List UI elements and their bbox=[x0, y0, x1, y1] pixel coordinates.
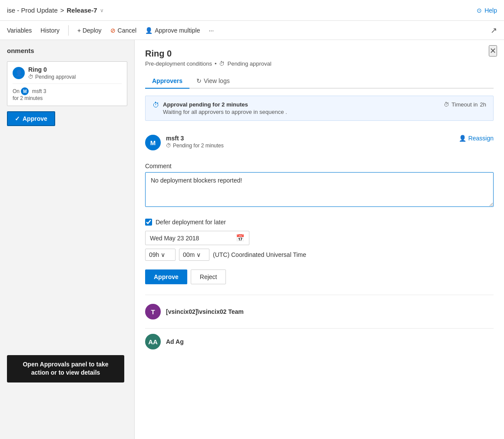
section-divider bbox=[145, 295, 494, 295]
toolbar-separator bbox=[68, 25, 69, 36]
subtitle-dot: • bbox=[215, 60, 217, 67]
variables-button[interactable]: Variables bbox=[7, 27, 32, 34]
msft-badge: M bbox=[21, 87, 29, 95]
avatar-icon: 👤 bbox=[15, 70, 23, 76]
help-label: Help bbox=[484, 7, 497, 14]
banner-title: Approval pending for 2 minutes bbox=[163, 101, 287, 108]
reject-button[interactable]: Reject bbox=[191, 269, 226, 284]
approve-stage-button[interactable]: ✓ Approve bbox=[7, 111, 55, 126]
approve-multiple-button[interactable]: 👤 Approve multiple bbox=[145, 27, 200, 34]
minute-chevron: ∨ bbox=[196, 251, 201, 258]
chevron-down-icon[interactable]: ∨ bbox=[100, 7, 104, 13]
action-buttons: Approve Reject bbox=[135, 266, 504, 291]
subtitle-status: Pending approval bbox=[227, 60, 271, 67]
approver1-name: msft 3 bbox=[166, 135, 454, 142]
timeout-clock-icon: ⏱ bbox=[444, 101, 449, 108]
left-panel-title: onments bbox=[7, 47, 127, 54]
banner-text: Approval pending for 2 minutes Waiting f… bbox=[163, 101, 287, 115]
minute-select[interactable]: 00m ∨ bbox=[179, 249, 209, 261]
help-circle-icon: ⊙ bbox=[477, 7, 482, 14]
section-divider-2 bbox=[145, 328, 494, 329]
history-button[interactable]: History bbox=[40, 27, 60, 34]
approver2-name: [vsincix02]\vsincix02 Team bbox=[166, 308, 244, 315]
top-bar: ise - Prod Update > Release-7 ∨ ⊙ Help bbox=[0, 0, 504, 21]
defer-row: Defer deployment for later bbox=[135, 215, 504, 229]
approver1-avatar: M bbox=[145, 135, 161, 150]
reassign-button[interactable]: 👤 Reassign bbox=[459, 135, 494, 142]
hour-value: 09h bbox=[149, 251, 159, 258]
timezone-label: (UTC) Coordinated Universal Time bbox=[213, 251, 306, 258]
stage-name: Ring 0 bbox=[28, 66, 76, 73]
breadcrumb-sep: > bbox=[60, 7, 64, 14]
approver3-avatar: AA bbox=[145, 334, 161, 349]
msft-user: msft 3 bbox=[32, 88, 46, 94]
main-layout: onments 👤 Ring 0 ⏱ Pending approval On M bbox=[0, 40, 504, 439]
approver3-row: AA Ad Ag bbox=[135, 332, 504, 355]
panel-subtitle: Pre-deployment conditions • ⏱ Pending ap… bbox=[145, 60, 494, 67]
cancel-icon: ⊘ bbox=[110, 27, 116, 34]
approver1-avatar-letter: M bbox=[150, 139, 156, 146]
expand-icon: ↗ bbox=[491, 26, 497, 35]
hour-select[interactable]: 09h ∨ bbox=[145, 249, 176, 261]
hour-chevron: ∨ bbox=[161, 251, 165, 258]
comment-label: Comment bbox=[145, 163, 494, 170]
timeout-label: Timeout in bbox=[451, 101, 477, 108]
stage-meta: On M msft 3 for 2 minutes bbox=[13, 83, 122, 101]
banner-desc: Waiting for all approvers to approve in … bbox=[163, 109, 287, 115]
on-label: On bbox=[13, 88, 20, 94]
approver1-row: M msft 3 ⏱ Pending for 2 minutes 👤 Reass… bbox=[145, 135, 494, 150]
close-icon: ✕ bbox=[490, 47, 496, 55]
info-banner: ⏱ Approval pending for 2 minutes Waiting… bbox=[145, 96, 494, 121]
reject-btn-text: Reject bbox=[200, 273, 217, 280]
panel-header: Ring 0 Pre-deployment conditions • ⏱ Pen… bbox=[135, 40, 504, 67]
history-label: History bbox=[40, 27, 60, 34]
close-button[interactable]: ✕ bbox=[489, 45, 497, 57]
stage-card[interactable]: 👤 Ring 0 ⏱ Pending approval On M msft 3 … bbox=[7, 61, 127, 106]
help-link[interactable]: ⊙ Help bbox=[477, 7, 497, 14]
cancel-label: Cancel bbox=[118, 27, 137, 34]
conditions-label: Pre-deployment conditions bbox=[145, 60, 212, 67]
tab-view-logs[interactable]: ↻ View logs bbox=[189, 74, 237, 89]
defer-checkbox[interactable] bbox=[145, 219, 152, 226]
approve-action-button[interactable]: Approve bbox=[145, 269, 187, 284]
right-panel: ✕ Ring 0 Pre-deployment conditions • ⏱ P… bbox=[135, 40, 504, 439]
breadcrumb: ise - Prod Update > Release-7 ∨ bbox=[7, 7, 104, 14]
approver1-pending: ⏱ Pending for 2 minutes bbox=[166, 143, 454, 149]
date-value: Wed May 23 2018 bbox=[150, 235, 199, 242]
breadcrumb-root: ise - Prod Update bbox=[7, 7, 58, 14]
approver1-info: msft 3 ⏱ Pending for 2 minutes bbox=[166, 135, 454, 149]
stage-status-label: Pending approval bbox=[35, 74, 76, 80]
approver1-section: M msft 3 ⏱ Pending for 2 minutes 👤 Reass… bbox=[135, 128, 504, 163]
panel-title: Ring 0 bbox=[145, 49, 494, 59]
timeout-value: 2h bbox=[480, 101, 486, 108]
date-input-row: Wed May 23 2018 📅 bbox=[145, 231, 494, 245]
more-options-button[interactable]: ··· bbox=[209, 27, 214, 34]
stage-duration: for 2 minutes bbox=[13, 95, 43, 101]
minute-value: 00m bbox=[183, 251, 195, 258]
approver2-avatar-letter: T bbox=[151, 308, 155, 316]
person-icon: 👤 bbox=[145, 27, 153, 34]
subtitle-clock-icon: ⏱ bbox=[219, 60, 225, 67]
pending-clock-icon: ⏱ bbox=[166, 143, 171, 149]
view-logs-icon: ↻ bbox=[196, 77, 202, 84]
calendar-icon[interactable]: 📅 bbox=[236, 234, 245, 242]
left-panel: onments 👤 Ring 0 ⏱ Pending approval On M bbox=[0, 40, 135, 439]
breadcrumb-release: Release-7 bbox=[67, 7, 97, 14]
cancel-button[interactable]: ⊘ Cancel bbox=[110, 27, 137, 34]
approver2-avatar: T bbox=[145, 304, 161, 319]
approve-multiple-label: Approve multiple bbox=[155, 27, 200, 34]
approve-btn-text: Approve bbox=[154, 273, 179, 280]
tooltip-box: Open Approvals panel to take action or t… bbox=[7, 355, 124, 382]
approve-button-container: ✓ Approve bbox=[7, 111, 127, 126]
defer-label[interactable]: Defer deployment for later bbox=[156, 219, 226, 226]
deploy-button[interactable]: + Deploy bbox=[77, 27, 102, 34]
comment-section: Comment No deployment blockers reported! bbox=[135, 163, 504, 215]
comment-textarea[interactable]: No deployment blockers reported! bbox=[145, 172, 494, 207]
reassign-label: Reassign bbox=[468, 135, 494, 142]
tab-approvers[interactable]: Approvers bbox=[145, 74, 189, 89]
date-input[interactable]: Wed May 23 2018 📅 bbox=[145, 231, 249, 245]
variables-label: Variables bbox=[7, 27, 32, 34]
approver3-name: Ad Ag bbox=[166, 338, 184, 345]
expand-button[interactable]: ↗ bbox=[491, 26, 497, 35]
approvers-tab-label: Approvers bbox=[152, 77, 182, 84]
